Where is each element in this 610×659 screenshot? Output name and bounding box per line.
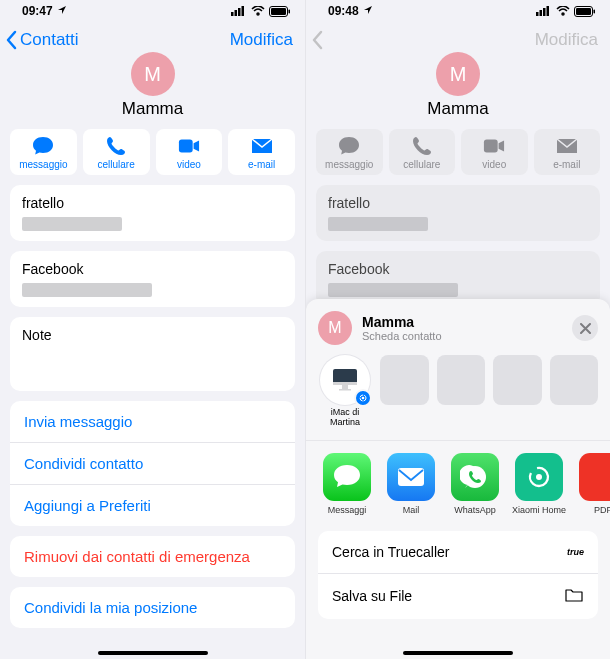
- mail-icon: [556, 135, 578, 157]
- truecaller-icon: true: [567, 547, 584, 557]
- svg-rect-19: [333, 382, 357, 385]
- row-add-favorites[interactable]: Aggiungi a Preferiti: [10, 485, 295, 526]
- app-xiaomi[interactable]: Xiaomi Home: [514, 453, 564, 515]
- back-label: Contatti: [20, 30, 79, 50]
- action-row: messaggio cellulare video e-mail: [306, 129, 610, 185]
- airdrop-placeholder: [493, 355, 541, 405]
- status-icons: [231, 6, 291, 17]
- svg-rect-9: [536, 12, 539, 16]
- svg-rect-1: [235, 10, 238, 16]
- back-button[interactable]: [312, 30, 324, 50]
- airdrop-placeholder: [437, 355, 485, 405]
- screen-left: 09:47 Contatti Modifica M Mamma messaggi…: [0, 0, 305, 659]
- svg-rect-12: [547, 6, 550, 16]
- mail-button[interactable]: e-mail: [534, 129, 601, 175]
- app-whatsapp[interactable]: WhatsApp: [450, 453, 500, 515]
- svg-rect-5: [271, 8, 286, 15]
- svg-rect-10: [540, 10, 543, 16]
- svg-rect-21: [339, 389, 351, 391]
- app-mail[interactable]: Mail: [386, 453, 436, 515]
- row-save-files[interactable]: Salva su File: [318, 574, 598, 619]
- home-indicator[interactable]: [98, 651, 208, 655]
- sheet-header: M Mamma Scheda contatto: [306, 299, 610, 355]
- contact-name: Mamma: [306, 99, 610, 119]
- svg-rect-24: [398, 468, 424, 486]
- action-list-2: Rimuovi dai contatti di emergenza: [10, 536, 295, 577]
- status-bar: 09:48: [306, 0, 610, 20]
- app-messages[interactable]: Messaggi: [322, 453, 372, 515]
- call-button[interactable]: cellulare: [389, 129, 456, 175]
- airdrop-row: iMac di Martina: [306, 355, 610, 441]
- status-bar: 09:47: [0, 0, 305, 20]
- chevron-left-icon: [312, 30, 324, 50]
- field-note[interactable]: Note: [10, 317, 295, 391]
- share-sheet: M Mamma Scheda contatto iMac di Martina …: [306, 299, 610, 659]
- messages-icon: [332, 463, 362, 491]
- mail-button[interactable]: e-mail: [228, 129, 295, 175]
- location-icon: [363, 4, 373, 18]
- avatar[interactable]: M: [131, 52, 175, 96]
- message-button[interactable]: messaggio: [316, 129, 383, 175]
- svg-rect-20: [342, 385, 348, 389]
- message-icon: [338, 135, 360, 157]
- svg-rect-6: [289, 9, 291, 13]
- chevron-left-icon: [6, 30, 18, 50]
- row-share-location[interactable]: Condividi la mia posizione: [10, 587, 295, 628]
- svg-point-22: [362, 397, 365, 400]
- xiaomi-icon: [526, 464, 552, 490]
- message-button[interactable]: messaggio: [10, 129, 77, 175]
- imac-icon: [330, 367, 360, 393]
- status-time: 09:48: [328, 4, 359, 18]
- airdrop-placeholder: [550, 355, 598, 405]
- row-send-message[interactable]: Invia messaggio: [10, 401, 295, 443]
- svg-rect-11: [543, 8, 546, 16]
- redacted-value: [22, 283, 152, 297]
- home-indicator[interactable]: [403, 651, 513, 655]
- mail-icon: [251, 135, 273, 157]
- field-facebook[interactable]: Facebook: [10, 251, 295, 307]
- svg-rect-0: [231, 12, 234, 16]
- svg-point-27: [536, 474, 542, 480]
- field-brother[interactable]: fratello: [316, 185, 600, 241]
- edit-button[interactable]: Modifica: [535, 30, 598, 50]
- airdrop-target[interactable]: iMac di Martina: [318, 355, 372, 428]
- mail-icon: [396, 466, 426, 488]
- whatsapp-icon: [460, 462, 490, 492]
- airdrop-placeholder: [380, 355, 428, 405]
- location-icon: [57, 4, 67, 18]
- airdrop-label: iMac di Martina: [318, 408, 372, 428]
- video-button[interactable]: video: [461, 129, 528, 175]
- svg-rect-3: [242, 6, 245, 16]
- nav-bar: Contatti Modifica: [0, 20, 305, 52]
- sheet-subtitle: Scheda contatto: [362, 330, 562, 342]
- app-pdf[interactable]: PDF: [578, 453, 610, 515]
- airdrop-icon: [354, 389, 372, 407]
- close-icon: [580, 323, 591, 334]
- row-truecaller[interactable]: Cerca in Truecallertrue: [318, 531, 598, 574]
- back-button[interactable]: Contatti: [6, 30, 79, 50]
- svg-rect-16: [484, 140, 498, 153]
- action-row: messaggio cellulare video e-mail: [0, 129, 305, 185]
- phone-icon: [105, 135, 127, 157]
- call-button[interactable]: cellulare: [83, 129, 150, 175]
- row-share-contact[interactable]: Condividi contatto: [10, 443, 295, 485]
- status-time: 09:47: [22, 4, 53, 18]
- sheet-title: Mamma: [362, 314, 562, 330]
- redacted-value: [22, 217, 122, 231]
- folder-icon: [564, 587, 584, 606]
- phone-icon: [411, 135, 433, 157]
- contact-name: Mamma: [0, 99, 305, 119]
- share-apps-row: Messaggi Mail WhatsApp Xiaomi Home PDF: [306, 441, 610, 525]
- sheet-action-list: Cerca in Truecallertrue Salva su File: [318, 531, 598, 619]
- redacted-value: [328, 283, 458, 297]
- field-brother[interactable]: fratello: [10, 185, 295, 241]
- close-button[interactable]: [572, 315, 598, 341]
- video-icon: [483, 135, 505, 157]
- status-icons: [536, 6, 596, 17]
- row-remove-emergency[interactable]: Rimuovi dai contatti di emergenza: [10, 536, 295, 577]
- svg-rect-14: [576, 8, 591, 15]
- avatar[interactable]: M: [436, 52, 480, 96]
- edit-button[interactable]: Modifica: [230, 30, 293, 50]
- svg-rect-7: [179, 140, 193, 153]
- video-button[interactable]: video: [156, 129, 223, 175]
